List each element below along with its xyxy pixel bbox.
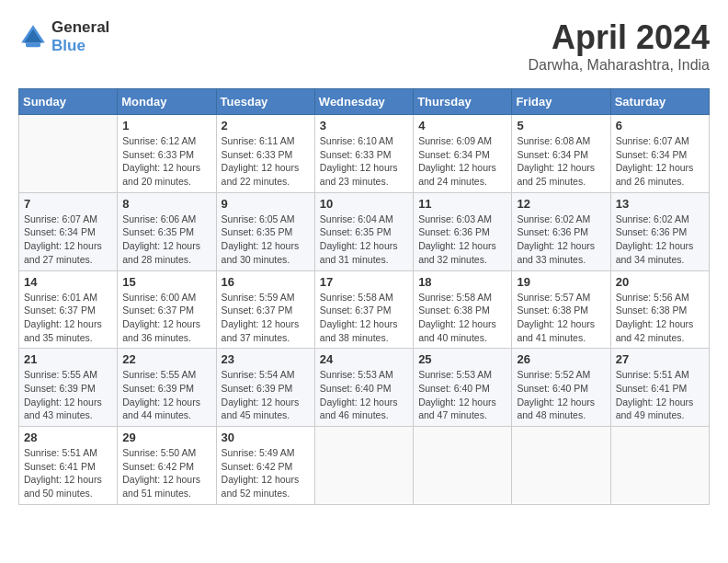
day-info: Sunrise: 5:53 AM Sunset: 6:40 PM Dayligh… [418,368,506,422]
calendar-cell: 2Sunrise: 6:11 AM Sunset: 6:33 PM Daylig… [216,115,314,193]
calendar-cell: 19Sunrise: 5:57 AM Sunset: 6:38 PM Dayli… [512,270,610,349]
calendar-cell [314,427,413,505]
weekday-header: Saturday [610,89,709,115]
calendar-cell: 24Sunrise: 5:53 AM Sunset: 6:40 PM Dayli… [314,349,413,427]
logo-text: General Blue [51,18,109,55]
calendar-cell: 16Sunrise: 5:59 AM Sunset: 6:37 PM Dayli… [216,270,314,349]
calendar-cell: 20Sunrise: 5:56 AM Sunset: 6:38 PM Dayli… [610,270,709,349]
day-number: 5 [517,119,605,132]
day-info: Sunrise: 5:54 AM Sunset: 6:39 PM Dayligh… [222,368,310,422]
calendar-cell: 15Sunrise: 6:00 AM Sunset: 6:37 PM Dayli… [118,270,216,349]
calendar-cell: 26Sunrise: 5:52 AM Sunset: 6:40 PM Dayli… [512,349,610,427]
day-number: 14 [24,275,112,289]
day-number: 22 [122,352,210,366]
calendar-cell: 12Sunrise: 6:02 AM Sunset: 6:36 PM Dayli… [512,192,610,270]
day-info: Sunrise: 6:09 AM Sunset: 6:34 PM Dayligh… [418,134,506,189]
day-info: Sunrise: 6:04 AM Sunset: 6:35 PM Dayligh… [320,213,408,267]
calendar-cell: 9Sunrise: 6:05 AM Sunset: 6:35 PM Daylig… [216,192,314,270]
day-number: 16 [222,275,310,289]
svg-rect-2 [26,42,40,47]
day-number: 23 [222,352,310,366]
day-info: Sunrise: 6:10 AM Sunset: 6:33 PM Dayligh… [320,134,408,189]
weekday-header: Monday [118,89,216,115]
calendar-cell [414,427,512,505]
day-number: 7 [24,197,112,211]
day-number: 27 [616,352,704,366]
day-info: Sunrise: 5:58 AM Sunset: 6:38 PM Dayligh… [418,291,506,345]
calendar-cell: 6Sunrise: 6:07 AM Sunset: 6:34 PM Daylig… [610,115,709,193]
month-title: April 2024 [529,18,710,57]
calendar-cell: 5Sunrise: 6:08 AM Sunset: 6:34 PM Daylig… [512,115,610,193]
day-number: 26 [517,352,605,366]
calendar-cell: 1Sunrise: 6:12 AM Sunset: 6:33 PM Daylig… [118,115,216,193]
day-info: Sunrise: 6:03 AM Sunset: 6:36 PM Dayligh… [418,213,506,267]
day-number: 30 [222,431,310,444]
day-info: Sunrise: 5:51 AM Sunset: 6:41 PM Dayligh… [24,446,112,500]
day-info: Sunrise: 5:50 AM Sunset: 6:42 PM Dayligh… [122,446,210,500]
weekday-header: Tuesday [216,89,314,115]
calendar-cell: 22Sunrise: 5:55 AM Sunset: 6:39 PM Dayli… [118,349,216,427]
day-number: 28 [24,431,112,444]
day-number: 21 [24,352,112,366]
day-info: Sunrise: 5:56 AM Sunset: 6:38 PM Dayligh… [616,291,704,345]
day-number: 25 [418,352,506,366]
weekday-header: Sunday [19,89,118,115]
calendar-cell: 13Sunrise: 6:02 AM Sunset: 6:36 PM Dayli… [610,192,709,270]
day-info: Sunrise: 5:53 AM Sunset: 6:40 PM Dayligh… [320,368,408,422]
calendar-cell [19,115,118,193]
day-number: 10 [320,197,408,211]
calendar-cell: 23Sunrise: 5:54 AM Sunset: 6:39 PM Dayli… [216,349,314,427]
day-info: Sunrise: 5:57 AM Sunset: 6:38 PM Dayligh… [517,291,605,345]
day-info: Sunrise: 6:01 AM Sunset: 6:37 PM Dayligh… [24,291,112,345]
day-info: Sunrise: 5:52 AM Sunset: 6:40 PM Dayligh… [517,368,605,422]
calendar-cell: 11Sunrise: 6:03 AM Sunset: 6:36 PM Dayli… [414,192,512,270]
day-number: 18 [418,275,506,289]
calendar-cell: 27Sunrise: 5:51 AM Sunset: 6:41 PM Dayli… [610,349,709,427]
day-number: 3 [320,119,408,132]
day-number: 2 [222,119,310,132]
calendar-cell: 8Sunrise: 6:06 AM Sunset: 6:35 PM Daylig… [118,192,216,270]
day-number: 6 [616,119,704,132]
day-number: 9 [222,197,310,211]
day-number: 8 [122,197,210,211]
day-number: 12 [517,197,605,211]
day-info: Sunrise: 6:07 AM Sunset: 6:34 PM Dayligh… [616,134,704,189]
day-info: Sunrise: 6:02 AM Sunset: 6:36 PM Dayligh… [616,213,704,267]
calendar-cell [512,427,610,505]
day-info: Sunrise: 6:07 AM Sunset: 6:34 PM Dayligh… [24,213,112,267]
day-info: Sunrise: 5:55 AM Sunset: 6:39 PM Dayligh… [122,368,210,422]
calendar-header: SundayMondayTuesdayWednesdayThursdayFrid… [19,89,710,115]
calendar-cell: 14Sunrise: 6:01 AM Sunset: 6:37 PM Dayli… [19,270,118,349]
calendar-cell: 29Sunrise: 5:50 AM Sunset: 6:42 PM Dayli… [118,427,216,505]
day-info: Sunrise: 6:11 AM Sunset: 6:33 PM Dayligh… [222,134,310,189]
calendar-cell: 18Sunrise: 5:58 AM Sunset: 6:38 PM Dayli… [414,270,512,349]
calendar-cell: 30Sunrise: 5:49 AM Sunset: 6:42 PM Dayli… [216,427,314,505]
calendar-cell: 25Sunrise: 5:53 AM Sunset: 6:40 PM Dayli… [414,349,512,427]
day-number: 4 [418,119,506,132]
day-info: Sunrise: 5:59 AM Sunset: 6:37 PM Dayligh… [222,291,310,345]
day-number: 17 [320,275,408,289]
day-info: Sunrise: 6:05 AM Sunset: 6:35 PM Dayligh… [222,213,310,267]
logo-icon [18,22,48,52]
day-info: Sunrise: 6:08 AM Sunset: 6:34 PM Dayligh… [517,134,605,189]
weekday-header: Thursday [414,89,512,115]
day-info: Sunrise: 6:00 AM Sunset: 6:37 PM Dayligh… [122,291,210,345]
calendar-cell: 10Sunrise: 6:04 AM Sunset: 6:35 PM Dayli… [314,192,413,270]
calendar-cell: 28Sunrise: 5:51 AM Sunset: 6:41 PM Dayli… [19,427,118,505]
calendar-cell: 21Sunrise: 5:55 AM Sunset: 6:39 PM Dayli… [19,349,118,427]
calendar-cell: 3Sunrise: 6:10 AM Sunset: 6:33 PM Daylig… [314,115,413,193]
day-info: Sunrise: 6:12 AM Sunset: 6:33 PM Dayligh… [122,134,210,189]
day-number: 29 [122,431,210,444]
day-info: Sunrise: 6:02 AM Sunset: 6:36 PM Dayligh… [517,213,605,267]
day-info: Sunrise: 5:55 AM Sunset: 6:39 PM Dayligh… [24,368,112,422]
logo: General Blue [18,18,109,55]
day-info: Sunrise: 5:51 AM Sunset: 6:41 PM Dayligh… [616,368,704,422]
day-info: Sunrise: 5:49 AM Sunset: 6:42 PM Dayligh… [222,446,310,500]
page-header: General Blue April 2024 Darwha, Maharash… [18,18,710,74]
calendar-cell: 17Sunrise: 5:58 AM Sunset: 6:37 PM Dayli… [314,270,413,349]
location: Darwha, Maharashtra, India [529,57,710,74]
day-number: 1 [122,119,210,132]
title-block: April 2024 Darwha, Maharashtra, India [529,18,710,74]
calendar-cell: 4Sunrise: 6:09 AM Sunset: 6:34 PM Daylig… [414,115,512,193]
day-number: 24 [320,352,408,366]
